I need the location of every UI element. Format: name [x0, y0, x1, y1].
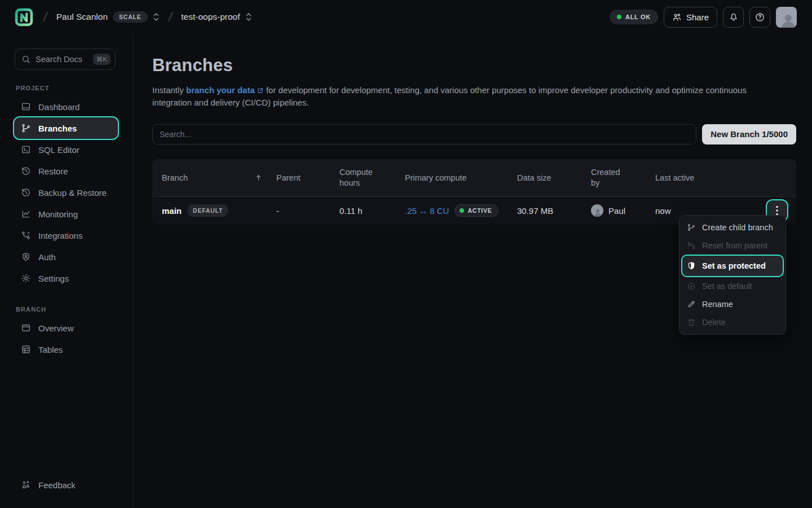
- column-data-size[interactable]: Data size: [517, 173, 591, 182]
- sidebar-item-label: Backup & Restore: [38, 188, 107, 198]
- share-label: Share: [686, 12, 709, 22]
- menu-item-rename[interactable]: Rename: [682, 295, 783, 313]
- history-icon: [21, 166, 31, 176]
- search-docs-button[interactable]: Search Docs ⌘K: [15, 49, 116, 70]
- sidebar-item-branches[interactable]: Branches: [14, 117, 118, 139]
- section-label-branch: BRANCH: [16, 306, 116, 313]
- sidebar-item-integrations[interactable]: Integrations: [14, 225, 118, 246]
- menu-item-delete: Delete: [682, 313, 783, 331]
- trash-icon: [687, 318, 696, 327]
- branch-icon: [687, 223, 696, 232]
- sidebar-item-restore[interactable]: Restore: [14, 160, 118, 182]
- chevron-updown-icon[interactable]: [153, 12, 160, 22]
- status-badge[interactable]: ALL OK: [610, 10, 658, 24]
- sidebar-item-monitoring[interactable]: Monitoring: [14, 203, 118, 225]
- sidebar-item-label: Auth: [38, 252, 56, 262]
- column-label: Created by: [591, 167, 625, 187]
- sidebar-item-settings[interactable]: Settings: [14, 268, 118, 289]
- breadcrumb-org[interactable]: Paul Scanlon SCALE: [56, 11, 160, 23]
- sidebar-item-label: Integrations: [38, 231, 82, 240]
- branch-cell: main DEFAULT: [162, 204, 276, 217]
- primary-compute-cell: .25 ↔ 8 CU ACTIVE: [405, 204, 517, 217]
- menu-item-set-as-default: Set as default: [682, 277, 783, 295]
- sidebar-item-tables[interactable]: Tables: [14, 339, 118, 360]
- help-button[interactable]: [749, 7, 770, 28]
- chevron-updown-icon[interactable]: [245, 12, 252, 22]
- sidebar-item-label: Monitoring: [38, 209, 78, 219]
- sidebar-item-label: Dashboard: [38, 102, 80, 112]
- sidebar-item-feedback[interactable]: Feedback: [14, 474, 118, 496]
- created-by-cell: Paul: [591, 204, 655, 217]
- sidebar-item-backup-restore[interactable]: Backup & Restore: [14, 182, 118, 203]
- column-branch[interactable]: Branch: [162, 173, 276, 182]
- sort-ascending-icon[interactable]: [254, 173, 263, 182]
- sidebar-item-label: Tables: [38, 345, 63, 354]
- dashboard-icon: [21, 102, 31, 112]
- breadcrumb-separator: /: [164, 8, 176, 25]
- notifications-button[interactable]: [723, 7, 744, 28]
- column-primary-compute[interactable]: Primary compute: [405, 173, 517, 182]
- active-label: ACTIVE: [467, 207, 492, 214]
- status-green-dot-icon: [617, 15, 621, 19]
- sidebar-item-label: Feedback: [38, 480, 76, 490]
- breadcrumb-separator: /: [39, 8, 51, 25]
- top-bar: / Paul Scanlon SCALE / test-oops-proof A…: [0, 0, 812, 34]
- project-name: test-oops-proof: [181, 12, 240, 22]
- active-badge: ACTIVE: [454, 204, 498, 217]
- chart-icon: [21, 209, 31, 219]
- people-icon: [672, 12, 682, 22]
- column-label: Branch: [162, 173, 188, 182]
- menu-item-label: Delete: [702, 318, 726, 327]
- sidebar-item-sql-editor[interactable]: SQL Editor: [14, 139, 118, 160]
- column-label: Last active: [655, 173, 694, 182]
- question-icon: [754, 12, 765, 23]
- menu-item-create-child-branch[interactable]: Create child branch: [682, 218, 783, 237]
- table-icon: [21, 344, 31, 354]
- search-docs-label: Search Docs: [36, 55, 88, 64]
- branch-your-data-link[interactable]: branch your data: [186, 85, 264, 95]
- menu-item-label: Set as protected: [702, 261, 766, 270]
- feedback-people-icon: [21, 480, 31, 490]
- branch-name[interactable]: main: [162, 206, 182, 216]
- column-last-active[interactable]: Last active: [655, 173, 730, 182]
- column-compute-hours[interactable]: Compute hours: [339, 167, 405, 187]
- menu-item-label: Set as default: [702, 282, 752, 291]
- column-label: Primary compute: [405, 173, 467, 182]
- description-prefix: Instantly: [152, 85, 186, 95]
- sidebar-item-dashboard[interactable]: Dashboard: [14, 96, 118, 117]
- menu-item-reset-from-parent: Reset from parent: [682, 237, 783, 255]
- status-label: ALL OK: [625, 14, 651, 20]
- menu-item-label: Rename: [702, 300, 733, 309]
- active-green-dot-icon: [460, 208, 464, 213]
- user-avatar[interactable]: [776, 7, 797, 28]
- column-label: Data size: [517, 173, 551, 182]
- sidebar-item-label: Branches: [38, 124, 77, 133]
- search-shortcut: ⌘K: [93, 54, 111, 65]
- org-name: Paul Scanlon: [56, 12, 108, 22]
- cu-range[interactable]: .25 ↔ 8 CU: [405, 206, 449, 216]
- menu-item-label: Reset from parent: [702, 241, 767, 250]
- sidebar: Search Docs ⌘K PROJECT Dashboard Branche…: [0, 34, 133, 508]
- creator-avatar: [591, 204, 603, 217]
- sidebar-item-overview[interactable]: Overview: [14, 317, 118, 339]
- bell-icon: [729, 12, 739, 22]
- reset-branch-icon: [687, 241, 696, 250]
- section-label-project: PROJECT: [16, 85, 116, 91]
- share-button[interactable]: Share: [664, 7, 717, 28]
- default-badge: DEFAULT: [187, 204, 228, 217]
- branches-toolbar: New Branch 1/5000: [152, 124, 796, 144]
- column-label: Parent: [276, 173, 301, 182]
- menu-item-set-as-protected[interactable]: Set as protected: [682, 256, 783, 276]
- table-header: Branch Parent Compute hours Primary comp…: [152, 159, 796, 196]
- breadcrumb-project[interactable]: test-oops-proof: [181, 12, 251, 22]
- neon-logo-icon[interactable]: [14, 7, 34, 28]
- shield-icon: [687, 261, 696, 270]
- branch-search-input[interactable]: [152, 124, 696, 144]
- column-created-by[interactable]: Created by: [591, 167, 655, 187]
- search-icon: [21, 55, 30, 64]
- new-branch-button[interactable]: New Branch 1/5000: [702, 124, 796, 144]
- plan-badge: SCALE: [113, 11, 148, 23]
- parent-cell: -: [276, 206, 339, 216]
- column-parent[interactable]: Parent: [276, 173, 339, 182]
- sidebar-item-auth[interactable]: Auth: [14, 246, 118, 268]
